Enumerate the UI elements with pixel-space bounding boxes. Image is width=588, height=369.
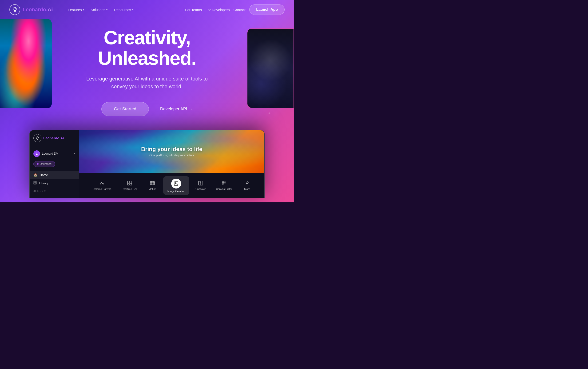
badge-dot [37,163,39,165]
upscaler-icon [198,181,203,186]
ai-tools-label: AI Tools [30,187,79,194]
svg-rect-14 [128,183,129,185]
hero-section: + + Creativity, Unleashed. Leverage gene… [0,0,294,202]
sidebar-username: Leonard DV [42,152,72,155]
svg-point-7 [37,137,38,138]
hero-cta: Get Started Developer API → [60,102,234,116]
hero-image-left [0,19,52,108]
sidebar-user[interactable]: L Leonard DV ▾ [30,149,79,158]
svg-rect-21 [174,181,178,185]
nav-logo-text: Leonardo.Ai [23,7,53,13]
app-mockup-wrapper: Leonardo.Ai L Leonard DV ▾ Unlimited [30,130,265,198]
motion-icon [150,181,155,186]
sidebar-logo: Leonardo.Ai [30,134,79,146]
app-banner-title: Bring your ideas to life [141,146,202,153]
navigation: Leonardo.Ai Features ▾ Solutions ▾ Resou… [0,0,294,19]
svg-rect-12 [128,181,129,183]
nav-right: For Teams For Developers Contact Launch … [185,4,285,15]
toolbar-upscaler[interactable]: Upscaler [191,178,210,193]
svg-rect-8 [34,181,35,183]
svg-rect-16 [150,181,155,185]
svg-point-22 [175,182,176,183]
sidebar-logo-text: Leonardo.Ai [43,136,64,140]
logo-icon [10,4,20,15]
svg-rect-15 [130,183,132,185]
nav-for-developers[interactable]: For Developers [206,8,230,12]
chevron-down-icon: ▾ [106,9,108,11]
svg-rect-25 [222,181,226,185]
toolbar-realtime-canvas[interactable]: Realtime Canvas [88,178,116,193]
avatar: L [33,150,40,157]
toolbar-motion[interactable]: Motion [144,178,161,193]
chevron-down-icon: ▾ [74,152,75,155]
nav-logo[interactable]: Leonardo.Ai [10,4,53,15]
app-banner-subtitle: One platform, infinite possibilities [149,154,194,157]
app-sidebar: Leonardo.Ai L Leonard DV ▾ Unlimited [30,130,79,198]
realtime-canvas-icon [99,181,104,186]
toolbar-realtime-gen[interactable]: Realtime Gen [117,178,142,193]
unlimited-badge: Unlimited [33,161,55,167]
sidebar-badge-row: Unlimited [30,160,79,168]
svg-rect-13 [130,181,132,183]
launch-app-button[interactable]: Launch App [249,4,285,15]
nav-links: Features ▾ Solutions ▾ Resources ▾ [65,6,178,14]
sidebar-logo-icon [33,134,41,142]
app-main: Bring your ideas to life One platform, i… [79,130,264,198]
app-toolbar: Realtime Canvas [79,173,264,198]
nav-solutions[interactable]: Solutions ▾ [88,6,110,14]
sidebar-item-home[interactable]: 🏠 Home [30,171,79,179]
svg-rect-23 [199,181,203,185]
more-icon [245,181,250,186]
svg-rect-11 [35,183,36,184]
svg-rect-24 [199,181,200,183]
svg-rect-10 [34,183,35,184]
hero-image-right-content [248,29,294,108]
library-icon [33,181,37,185]
app-banner: Bring your ideas to life One platform, i… [79,130,264,173]
developer-api-link[interactable]: Developer API → [160,107,193,112]
app-mockup: Leonardo.Ai L Leonard DV ▾ Unlimited [30,130,265,198]
nav-features[interactable]: Features ▾ [65,6,87,14]
home-icon: 🏠 [33,173,37,177]
hero-image-left-content [0,19,52,108]
canvas-editor-icon [221,181,227,186]
hero-title: Creativity, Unleashed. [60,28,234,68]
plus-decoration-2: + [268,111,270,115]
realtime-gen-icon [127,181,132,186]
nav-for-teams[interactable]: For Teams [185,8,202,12]
chevron-down-icon: ▾ [132,9,133,11]
toolbar-image-creation[interactable]: Image Creation [163,176,189,195]
sidebar-item-library[interactable]: Library [30,179,79,187]
svg-point-3 [14,8,16,9]
image-creation-icon [171,179,181,188]
chevron-down-icon: ▾ [83,9,84,11]
nav-resources[interactable]: Resources ▾ [111,6,136,14]
hero-image-right [247,28,294,108]
get-started-button[interactable]: Get Started [101,102,149,116]
toolbar-canvas-editor[interactable]: Canvas Editor [212,178,236,193]
hero-content: Creativity, Unleashed. Leverage generati… [55,28,239,116]
nav-contact[interactable]: Contact [233,8,246,12]
hero-subtitle: Leverage generative AI with a unique sui… [60,75,234,90]
toolbar-more[interactable]: More [238,178,256,193]
svg-rect-9 [35,181,36,183]
